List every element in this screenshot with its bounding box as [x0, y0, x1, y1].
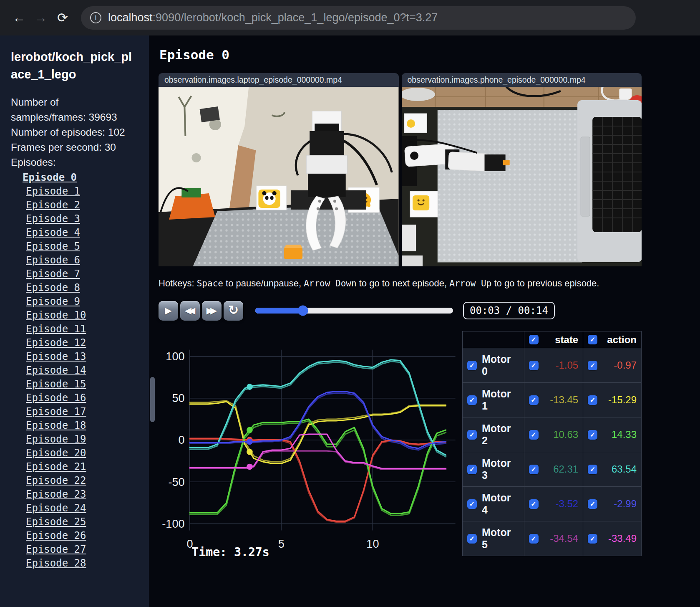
play-button[interactable]: ▶ [159, 301, 178, 321]
sidebar-scrollbar-thumb[interactable] [150, 377, 155, 422]
motor-5-state-value: -34.54 [544, 533, 579, 544]
rewind-button[interactable]: ◀◀ [180, 301, 200, 321]
slider-thumb[interactable] [297, 306, 308, 316]
motor-4-label: Motor 4 [482, 492, 519, 516]
motor-1-action-checkbox[interactable]: ✓ [588, 395, 597, 405]
page-title: Episode 0 [159, 47, 642, 62]
sidebar-episode-link-8[interactable]: Episode 8 [26, 281, 149, 295]
video-title-laptop: observation.images.laptop_episode_000000… [159, 73, 399, 87]
table-header-action: ✓ action [583, 331, 642, 348]
motor-0-checkbox[interactable]: ✓ [467, 361, 477, 370]
white-part [402, 225, 416, 251]
y-tick-label: -100 [162, 517, 184, 530]
phone-video[interactable] [402, 87, 642, 266]
motor-chart[interactable]: 0510100500-50-100Time: 3.27s [159, 331, 459, 558]
robot-arm-segment2 [448, 152, 489, 172]
hotkey-text-segment: Arrow Up [449, 278, 491, 288]
motor-0-label: Motor 0 [482, 353, 519, 377]
gripper-orange-tip [503, 160, 509, 165]
sidebar-episode-link-23[interactable]: Episode 23 [26, 488, 149, 501]
sidebar-episode-link-20[interactable]: Episode 20 [26, 446, 149, 460]
hotkey-text-segment: to pause/unpause, [223, 278, 304, 288]
sidebar-episode-link-6[interactable]: Episode 6 [26, 253, 149, 267]
laptop-video[interactable] [159, 87, 399, 266]
motor-0-state-checkbox[interactable]: ✓ [529, 361, 539, 370]
sidebar-episode-link-28[interactable]: Episode 28 [26, 556, 149, 570]
motor-2-checkbox[interactable]: ✓ [467, 430, 477, 440]
back-icon[interactable]: ← [8, 10, 30, 25]
table-header-row: ✓ state ✓ action [463, 331, 642, 348]
sidebar-episode-link-4[interactable]: Episode 4 [26, 226, 149, 240]
fps-info: Frames per second: 30 [11, 140, 134, 155]
sidebar-episode-link-0[interactable]: Episode 0 [23, 171, 149, 185]
motor-1-state-checkbox[interactable]: ✓ [529, 395, 539, 405]
fast-forward-button[interactable]: ▶▶ [202, 301, 222, 321]
motor-3-action-checkbox[interactable]: ✓ [588, 465, 597, 474]
sidebar-episode-link-24[interactable]: Episode 24 [26, 501, 149, 515]
sidebar-episode-link-9[interactable]: Episode 9 [26, 295, 149, 309]
sidebar-episode-link-21[interactable]: Episode 21 [26, 460, 149, 474]
player-buttons: ▶◀◀▶▶↻ [159, 301, 245, 321]
reload-icon[interactable]: ⟳ [52, 10, 73, 25]
sidebar-episode-link-26[interactable]: Episode 26 [26, 529, 149, 543]
current-time-dot-motor-1-action [247, 449, 253, 455]
motor-4-state-checkbox[interactable]: ✓ [529, 499, 539, 509]
sidebar-episode-link-10[interactable]: Episode 10 [26, 309, 149, 322]
sidebar-episode-link-15[interactable]: Episode 15 [26, 377, 149, 391]
motor-2-action-value: 14.33 [602, 429, 637, 440]
robot-gripper-top [484, 154, 505, 171]
motor-1-action-value: -15.29 [602, 394, 637, 406]
seek-slider[interactable] [255, 306, 453, 316]
motor-5-state-checkbox[interactable]: ✓ [529, 534, 539, 544]
motor-0-action-checkbox[interactable]: ✓ [588, 361, 597, 370]
sidebar-episode-link-22[interactable]: Episode 22 [26, 474, 149, 488]
sidebar-episode-link-19[interactable]: Episode 19 [26, 432, 149, 446]
sidebar-episode-link-12[interactable]: Episode 12 [26, 336, 149, 350]
sidebar-episode-link-18[interactable]: Episode 18 [26, 419, 149, 432]
sidebar-episode-link-2[interactable]: Episode 2 [26, 198, 149, 212]
motor-5-checkbox[interactable]: ✓ [467, 534, 477, 544]
url-text[interactable]: localhost:9090/lerobot/koch_pick_place_1… [108, 11, 438, 24]
motor-4-action-value: -2.99 [602, 498, 637, 510]
sidebar-episode-link-27[interactable]: Episode 27 [26, 543, 149, 556]
sidebar-episode-link-5[interactable]: Episode 5 [26, 240, 149, 253]
bottom-row: 0510100500-50-100Time: 3.27s ✓ state [159, 331, 642, 558]
sidebar-episode-link-25[interactable]: Episode 25 [26, 515, 149, 529]
hotkey-text-segment: Hotkeys: [159, 278, 197, 288]
sidebar-episode-link-14[interactable]: Episode 14 [26, 364, 149, 377]
sidebar-episode-link-13[interactable]: Episode 13 [26, 350, 149, 364]
sidebar-episode-link-1[interactable]: Episode 1 [26, 185, 149, 198]
motor-1-checkbox[interactable]: ✓ [467, 395, 477, 405]
sidebar-episode-link-3[interactable]: Episode 3 [26, 212, 149, 226]
episodes-heading: Episodes: [11, 155, 134, 170]
player-controls: ▶◀◀▶▶↻ 00:03 / 00:14 [159, 300, 642, 321]
site-info-icon[interactable]: i [90, 12, 101, 23]
play-icon: ▶ [165, 306, 171, 316]
motor-2-state-checkbox[interactable]: ✓ [529, 430, 539, 440]
motor-5-label: Motor 5 [482, 526, 519, 551]
browser-toolbar: ← → ⟳ i localhost:9090/lerobot/koch_pick… [0, 0, 700, 35]
sidebar-episode-link-7[interactable]: Episode 7 [26, 267, 149, 281]
motor-3-checkbox[interactable]: ✓ [467, 465, 477, 474]
motor-5-action-checkbox[interactable]: ✓ [588, 534, 597, 544]
motor-4-checkbox[interactable]: ✓ [467, 499, 477, 509]
address-bar[interactable]: i localhost:9090/lerobot/koch_pick_place… [81, 6, 636, 30]
motor-2-action-checkbox[interactable]: ✓ [588, 430, 597, 440]
sidebar-episode-link-16[interactable]: Episode 16 [26, 391, 149, 405]
fast-forward-icon: ▶▶ [206, 306, 214, 316]
table-header-empty [463, 331, 524, 348]
sidebar-episode-link-17[interactable]: Episode 17 [26, 405, 149, 419]
sidebar-episode-link-11[interactable]: Episode 11 [26, 322, 149, 336]
motor-1-label: Motor 1 [482, 388, 519, 412]
table-row-motor-5: ✓Motor 5✓-34.54✓-33.49 [463, 521, 642, 556]
motor-3-label: Motor 3 [482, 457, 519, 481]
y-tick-label: 100 [166, 350, 184, 363]
motor-4-action-checkbox[interactable]: ✓ [588, 499, 597, 509]
motor-3-state-checkbox[interactable]: ✓ [529, 465, 539, 474]
action-column-checkbox[interactable]: ✓ [588, 335, 597, 344]
forward-icon[interactable]: → [30, 10, 52, 25]
loop-button[interactable]: ↻ [224, 301, 243, 321]
motor-0-state-value: -1.05 [544, 359, 579, 371]
video-title-phone: observation.images.phone_episode_000000.… [402, 73, 642, 87]
state-column-checkbox[interactable]: ✓ [529, 335, 539, 344]
